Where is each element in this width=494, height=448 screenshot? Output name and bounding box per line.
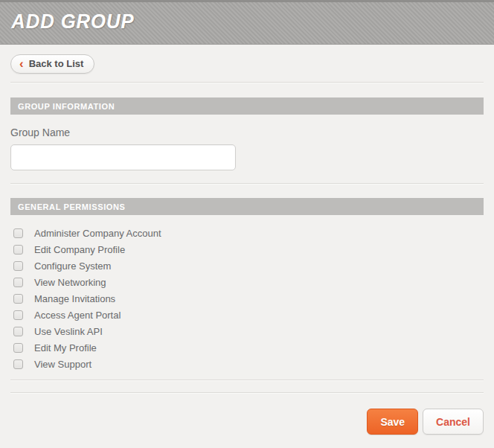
page-header: ADD GROUP <box>0 0 494 45</box>
permission-checkbox[interactable] <box>13 310 23 320</box>
back-to-list-label: Back to List <box>29 58 84 69</box>
permission-checkbox[interactable] <box>13 228 23 238</box>
permission-checkbox[interactable] <box>13 261 23 271</box>
permission-checkbox[interactable] <box>13 359 23 369</box>
permission-checkbox[interactable] <box>13 327 23 336</box>
save-button[interactable]: Save <box>367 409 418 435</box>
permissions-list: Administer Company Account Edit Company … <box>10 225 484 372</box>
group-information-section-header: GROUP INFORMATION <box>10 97 484 115</box>
permission-row: Edit Company Profile <box>10 241 484 257</box>
divider <box>10 82 484 83</box>
permission-label[interactable]: Edit Company Profile <box>34 244 125 255</box>
permission-label[interactable]: Manage Invitations <box>34 293 115 304</box>
group-name-input[interactable] <box>10 144 236 170</box>
cancel-button[interactable]: Cancel <box>423 409 484 435</box>
permission-label[interactable]: View Support <box>34 359 92 370</box>
permission-row: View Networking <box>10 274 484 290</box>
permission-checkbox[interactable] <box>13 278 23 287</box>
permission-checkbox[interactable] <box>13 294 23 304</box>
permission-row: Use Veslink API <box>10 323 484 339</box>
permission-row: Configure System <box>10 257 484 274</box>
permission-label[interactable]: View Networking <box>34 277 106 288</box>
permission-label[interactable]: Administer Company Account <box>34 228 161 239</box>
permission-label[interactable]: Edit My Profile <box>34 342 97 353</box>
permission-row: Access Agent Portal <box>10 307 484 323</box>
permission-row: Edit My Profile <box>10 339 484 356</box>
general-permissions-section-header: GENERAL PERMISSIONS <box>10 198 484 215</box>
form-content: ‹ Back to List GROUP INFORMATION Group N… <box>0 45 494 394</box>
back-to-list-button[interactable]: ‹ Back to List <box>10 54 94 74</box>
add-group-page: ADD GROUP ‹ Back to List GROUP INFORMATI… <box>0 0 494 448</box>
permission-label[interactable]: Access Agent Portal <box>34 310 121 321</box>
divider <box>10 183 484 185</box>
divider <box>10 392 484 394</box>
permission-label[interactable]: Configure System <box>34 260 111 272</box>
form-footer: Save Cancel <box>0 409 494 435</box>
chevron-left-icon: ‹ <box>19 59 24 68</box>
permission-row: Administer Company Account <box>10 225 484 241</box>
permission-row: View Support <box>10 356 484 372</box>
page-title: ADD GROUP <box>0 2 469 33</box>
permission-checkbox[interactable] <box>13 245 23 255</box>
divider <box>10 380 484 381</box>
permission-row: Manage Invitations <box>10 290 484 307</box>
permission-checkbox[interactable] <box>13 343 23 353</box>
permission-label[interactable]: Use Veslink API <box>34 326 103 337</box>
group-name-label: Group Name <box>10 127 484 138</box>
